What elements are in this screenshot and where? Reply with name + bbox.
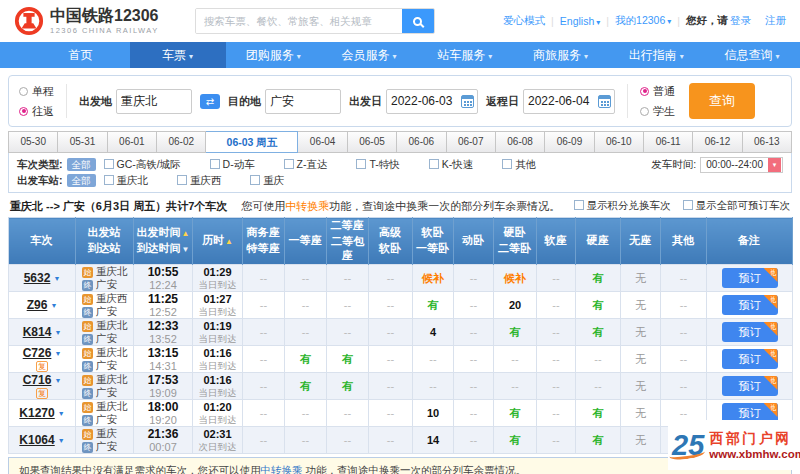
date-tab[interactable]: 06-01 [108,131,157,153]
date-tab[interactable]: 06-10 [595,131,644,153]
date-tab[interactable]: 06-12 [693,131,742,153]
date-tab[interactable]: 06-06 [397,131,446,153]
nav-item-label: 首页 [68,48,92,62]
column-header[interactable]: 二等座 二等包座 [327,218,369,265]
filter-checkbox-option[interactable]: K-快速 [429,158,474,170]
filter-checkbox-option[interactable]: 其他 [502,158,536,170]
query-button[interactable]: 查询 [689,83,755,119]
radio-option[interactable]: 单程 [19,84,54,99]
date-tab[interactable]: 06-04 [298,131,347,153]
column-header[interactable]: 历时▲ [193,218,243,265]
login-link[interactable]: 登录 [730,14,751,28]
radio-option[interactable]: 普通 [640,84,675,99]
date-tab[interactable]: 06-05 [348,131,397,153]
book-button[interactable]: 预订兑 [722,322,778,342]
soft-sleeper-cell: -- [413,373,454,400]
show-points-trains-checkbox[interactable]: 显示积分兑换车次 [574,199,671,213]
date-tab[interactable]: 06-11 [644,131,693,153]
second-class-cell: -- [327,400,369,427]
trip-type-group: 单程 往返 [19,84,54,119]
book-button[interactable]: 预订兑 [722,376,778,396]
book-button[interactable]: 预订兑 [722,349,778,369]
column-header[interactable]: 动卧 [454,218,494,265]
column-header[interactable]: 出发时间▲ 到达时间▼ [134,218,193,265]
register-link[interactable]: 注册 [765,14,786,28]
nav-item[interactable]: 出行指南▾ [609,42,705,68]
filter-checkbox-option[interactable]: Z-直达 [284,158,328,170]
date-tab[interactable]: 06-03 周五 [206,131,298,153]
expand-caret-icon[interactable]: ▼ [50,302,57,309]
column-header[interactable]: 出发站 到达站 [76,218,134,265]
brand[interactable]: 中国铁路12306 12306 CHINA RAILWAY [14,6,159,36]
filter-checkbox-option[interactable]: 重庆 [250,174,284,186]
date-tab[interactable]: 06-07 [447,131,496,153]
book-button[interactable]: 预订兑 [722,295,778,315]
filter-checkbox-option[interactable]: 重庆北 [104,174,149,186]
train-number-link[interactable]: 5632 [24,271,51,285]
sort-asc-icon[interactable]: ▲ [225,237,233,246]
column-header[interactable]: 商务座 特等座 [243,218,285,265]
filter-checkbox-option[interactable]: D-动车 [210,158,255,170]
date-tab[interactable]: 05-31 [58,131,107,153]
sort-asc-icon[interactable]: ▲ [182,229,190,238]
column-header[interactable]: 硬卧 二等卧 [494,218,537,265]
show-all-bookable-checkbox[interactable]: 显示全部可预订车次 [683,199,791,213]
filter-checkbox-option[interactable]: 重庆西 [177,174,222,186]
calendar-icon[interactable] [461,95,474,108]
calendar-icon[interactable] [598,95,611,108]
column-header[interactable]: 软座 [537,218,576,265]
date-tab[interactable]: 06-13 [743,131,792,153]
column-header[interactable]: 硬座 [576,218,621,265]
expand-caret-icon[interactable]: ▼ [58,410,65,417]
nav-item[interactable]: 车票▾ [130,42,226,68]
train-number-link[interactable]: C716 [23,373,52,387]
filter-checkbox-option[interactable]: T-特快 [356,158,399,170]
search-input[interactable] [196,9,402,33]
column-header[interactable]: 车次 [9,218,76,265]
to-input[interactable] [265,89,341,114]
swap-stations-icon[interactable]: ⇄ [200,94,220,109]
train-number-link[interactable]: K1064 [19,433,54,447]
date-tab[interactable]: 05-30 [8,131,58,153]
nav-item[interactable]: 会员服务▾ [321,42,417,68]
nav-item[interactable]: 首页 [34,42,130,68]
expand-caret-icon[interactable]: ▼ [54,377,61,384]
expand-caret-icon[interactable]: ▼ [54,350,61,357]
date-tab[interactable]: 06-08 [496,131,545,153]
train-number-link[interactable]: K814 [23,325,52,339]
nav-item[interactable]: 站车服务▾ [417,42,513,68]
filter-checkbox-option[interactable]: GC-高铁/城际 [104,158,181,170]
sort-desc-icon[interactable]: ▼ [182,245,190,254]
language-select[interactable]: English▾ [560,15,600,27]
book-button[interactable]: 预订兑 [722,268,778,288]
date-tab[interactable]: 06-09 [545,131,594,153]
radio-option[interactable]: 往返 [19,104,54,119]
expand-caret-icon[interactable]: ▼ [58,437,65,444]
train-number-link[interactable]: K1270 [19,406,54,420]
transfer-link[interactable]: 中转换乘 [285,200,329,212]
all-badge[interactable]: 全部 [67,158,96,171]
train-number-link[interactable]: Z96 [27,298,48,312]
train-number-link[interactable]: C726 [23,346,52,360]
nav-item[interactable]: 信息查询▾ [704,42,800,68]
search-button[interactable] [402,9,434,33]
expand-caret-icon[interactable]: ▼ [53,275,60,282]
from-input[interactable] [116,89,192,114]
nav-item[interactable]: 商旅服务▾ [513,42,609,68]
column-header[interactable]: 软卧 一等卧 [413,218,454,265]
column-header[interactable]: 一等座 [285,218,327,265]
column-header[interactable]: 备注 [707,218,793,265]
column-header[interactable]: 无座 [621,218,661,265]
date-tab[interactable]: 06-02 [157,131,206,153]
my12306-menu[interactable]: 我的12306▾ [615,14,671,28]
transfer-link[interactable]: 中转换乘 [261,464,303,474]
care-mode-link[interactable]: 爱心模式 [503,14,545,28]
column-header[interactable]: 高级 软卧 [369,218,413,265]
expand-caret-icon[interactable]: ▼ [54,329,61,336]
all-badge[interactable]: 全部 [67,174,96,187]
nav-item[interactable]: 团购服务▾ [226,42,322,68]
radio-option[interactable]: 学生 [640,104,675,119]
column-header[interactable]: 其他 [661,218,707,265]
depart-time-select[interactable]: 00:00--24:00▾ [700,157,783,173]
hard-seat-cell: -- [576,346,621,373]
